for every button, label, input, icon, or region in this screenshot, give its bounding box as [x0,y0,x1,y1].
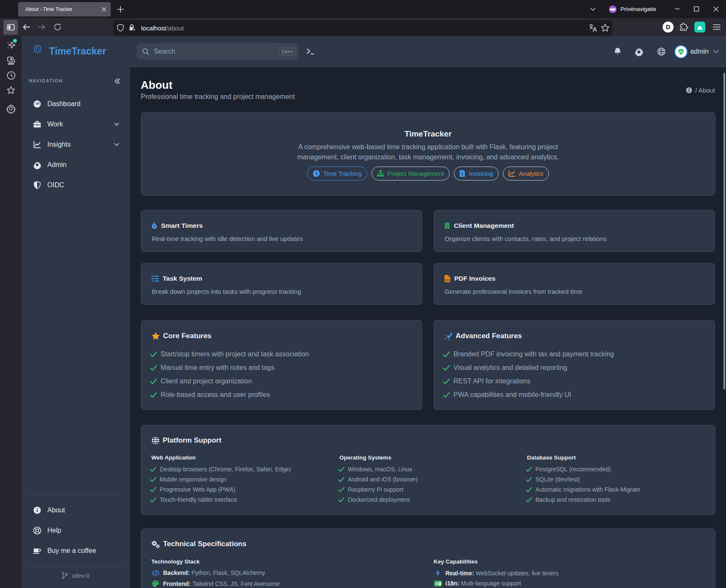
svg-text:A: A [435,582,438,586]
svg-text:PDF: PDF [445,279,450,282]
